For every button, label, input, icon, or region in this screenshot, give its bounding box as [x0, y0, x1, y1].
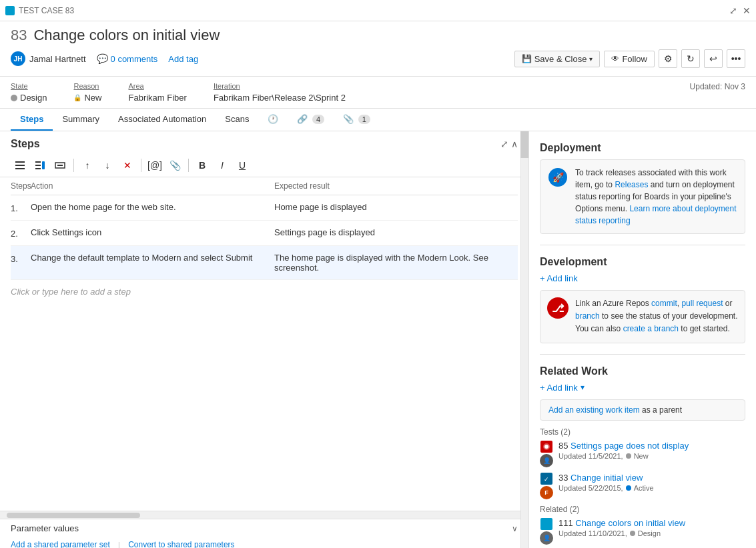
learn-more-link[interactable]: Learn more about deployment status repor…	[575, 204, 736, 225]
toolbar-separator-2	[141, 159, 141, 172]
reason-label[interactable]: Reason	[73, 82, 101, 90]
step-expected-3[interactable]: The home page is displayed with the Mode…	[274, 253, 518, 273]
italic-button[interactable]: I	[213, 157, 232, 174]
steps-header-icons: ⤢ ∧	[500, 139, 518, 149]
header-meta-left: JH Jamal Hartnett 💬 0 comments Add tag	[11, 51, 198, 66]
move-up-button[interactable]: ↑	[78, 157, 97, 174]
item-number: 83	[11, 27, 27, 44]
convert-to-shared-link[interactable]: Convert to shared parameters	[128, 540, 234, 548]
related-add-link[interactable]: + Add link ▾	[540, 383, 745, 393]
deployment-section: Deployment 🚀 To track releases associate…	[540, 142, 745, 234]
area-value[interactable]: Fabrikam Fiber	[128, 93, 186, 103]
tab-steps[interactable]: Steps	[11, 109, 53, 131]
comments-link[interactable]: 💬 0 comments	[97, 53, 158, 64]
follow-button[interactable]: 👁 Follow	[604, 51, 655, 67]
tab-scans[interactable]: Scans	[216, 109, 258, 131]
state-label[interactable]: State	[11, 82, 47, 90]
related-item-1-link[interactable]: Change colors on initial view	[575, 518, 685, 528]
insert-action-button[interactable]	[51, 157, 69, 174]
reason-group: Reason 🔒 New	[73, 82, 101, 103]
collapse-steps-icon[interactable]: ∧	[511, 139, 518, 149]
undo-button[interactable]: ↩	[704, 49, 723, 68]
step-action-3[interactable]: Change the default template to Modern an…	[31, 253, 274, 263]
related-item-1-meta: Updated 11/10/2021, Design	[558, 529, 745, 537]
svg-rect-4	[35, 165, 41, 166]
related-item-1-icons: 👤	[540, 518, 553, 545]
development-title: Development	[540, 256, 745, 268]
settings-icon-button[interactable]: ⚙	[659, 49, 677, 68]
step-expected-2[interactable]: Settings page is displayed	[274, 227, 518, 237]
item-title[interactable]: Change colors on initial view	[33, 27, 220, 44]
insert-step-button[interactable]	[11, 157, 29, 174]
related-item-1-content: 111 Change colors on initial view Update…	[558, 518, 745, 537]
add-parent-box[interactable]: Add an existing work item as a parent	[540, 399, 745, 421]
scroll-thumb[interactable]	[520, 131, 528, 158]
commit-link[interactable]: commit	[651, 299, 677, 308]
refresh-button[interactable]: ↻	[681, 49, 700, 68]
tab-summary[interactable]: Summary	[53, 109, 109, 131]
more-options-button[interactable]: •••	[727, 49, 745, 68]
add-step-row[interactable]: Click or type here to add a step	[11, 280, 518, 303]
add-tag-link[interactable]: Add tag	[168, 54, 198, 64]
expand-icon[interactable]: ⤢	[729, 5, 737, 16]
pull-request-link[interactable]: pull request	[681, 299, 723, 308]
bold-button[interactable]: B	[193, 157, 212, 174]
test-item-2-content: 33 Change initial view Updated 5/22/2015…	[558, 473, 745, 492]
iteration-value[interactable]: Fabrikam Fiber\Release 2\Sprint 2	[214, 93, 346, 103]
author-row: JH Jamal Hartnett	[11, 51, 86, 66]
iteration-label[interactable]: Iteration	[214, 82, 346, 90]
step-action-2[interactable]: Click Settings icon	[31, 227, 274, 237]
expand-steps-icon[interactable]: ⤢	[500, 139, 508, 149]
tab-attachments[interactable]: 📎 1	[334, 109, 380, 131]
steps-toolbar: ↑ ↓ ✕ [@] 📎 B I U	[0, 154, 528, 177]
development-section: Development + Add link ⎇ Link an Azure R…	[540, 256, 745, 343]
step-action-1[interactable]: Open the home page for the web site.	[31, 202, 274, 212]
attach-file-button[interactable]: 📎	[165, 157, 184, 174]
toolbar-separator-1	[73, 159, 74, 172]
dev-box: ⎇ Link an Azure Repos commit, pull reque…	[540, 290, 745, 343]
divider-2	[540, 354, 745, 355]
vertical-scrollbar[interactable]	[520, 131, 528, 548]
steps-horizontal-scrollbar[interactable]	[0, 511, 528, 519]
tab-links[interactable]: 🔗 4	[288, 109, 334, 131]
add-existing-work-item-link[interactable]: Add an existing work item	[548, 405, 640, 415]
test-item-1-content: 85 Settings page does not display Update…	[558, 441, 745, 460]
insert-shared-steps-button[interactable]	[31, 157, 49, 174]
move-down-button[interactable]: ↓	[98, 157, 117, 174]
tab-associated-automation[interactable]: Associated Automation	[109, 109, 216, 131]
tab-history[interactable]: 🕐	[258, 109, 288, 131]
create-branch-link[interactable]: create a branch	[623, 324, 679, 333]
step-num-3: 3.	[11, 253, 31, 264]
svg-rect-1	[15, 165, 25, 166]
area-group: Area Fabrikam Fiber	[128, 82, 186, 103]
reason-value-row: 🔒 New	[73, 93, 101, 103]
step-row-2: 2. Click Settings icon Settings page is …	[11, 221, 518, 246]
branch-link[interactable]: branch	[575, 311, 600, 321]
param-collapse-icon[interactable]: ∨	[512, 524, 518, 533]
close-icon[interactable]: ✕	[743, 5, 751, 16]
area-label[interactable]: Area	[128, 82, 186, 90]
delete-button[interactable]: ✕	[118, 157, 137, 174]
divider-1	[540, 245, 745, 245]
test-item-2-link[interactable]: Change initial view	[571, 473, 643, 483]
git-icon: ⎇	[547, 297, 569, 319]
releases-link[interactable]: Releases	[615, 180, 648, 189]
steps-col-header: Steps Action Expected result	[11, 177, 518, 195]
underline-button[interactable]: U	[233, 157, 252, 174]
col-header-expected: Expected result	[274, 181, 518, 191]
lock-icon: 🔒	[73, 94, 81, 101]
scrollbar-thumb[interactable]	[7, 513, 140, 518]
related-work-title: Related Work	[540, 365, 745, 377]
updated-text: Updated: Nov 3	[690, 82, 745, 91]
title-bar-left: TEST CASE 83	[5, 6, 74, 15]
test-item-1-link[interactable]: Settings page does not display	[571, 441, 689, 451]
insert-param-button[interactable]: [@]	[145, 157, 164, 174]
state-value[interactable]: Design	[20, 93, 47, 103]
step-expected-1[interactable]: Home page is displayed	[274, 202, 518, 212]
add-shared-param-link[interactable]: Add a shared parameter set	[11, 540, 110, 548]
deployment-title: Deployment	[540, 142, 745, 154]
save-close-button[interactable]: 💾 Save & Close ▾	[514, 51, 601, 67]
iteration-group: Iteration Fabrikam Fiber\Release 2\Sprin…	[214, 82, 346, 103]
dev-add-link[interactable]: + Add link	[540, 273, 745, 283]
title-bar-right: ⤢ ✕	[729, 5, 751, 16]
